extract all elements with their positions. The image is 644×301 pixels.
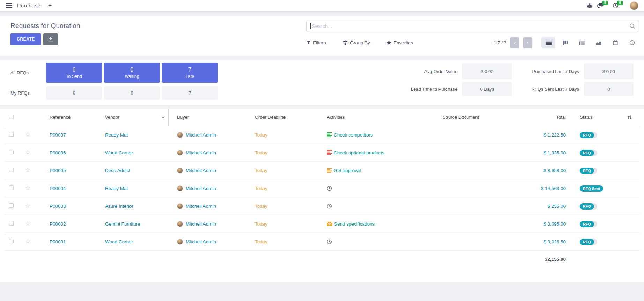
column-header-source[interactable]: Source Document	[439, 115, 526, 120]
favorite-star-icon[interactable]: ☆	[25, 238, 30, 245]
pivot-view-button[interactable]	[575, 37, 589, 48]
reference-link[interactable]: P00006	[50, 150, 66, 155]
reference-link[interactable]: P00001	[50, 239, 66, 244]
new-tab-plus-icon[interactable]: +	[48, 2, 52, 9]
column-header-buyer[interactable]: Buyer	[169, 115, 247, 120]
column-header-vendor[interactable]: Vendor	[95, 109, 169, 126]
group-by-button[interactable]: Group By	[343, 40, 370, 45]
list-view-button[interactable]	[541, 37, 555, 48]
favorite-star-icon[interactable]: ☆	[25, 167, 30, 174]
buyer-avatar	[177, 168, 183, 174]
table-row[interactable]: ☆ P00005 Deco Addict Mitchell Admin Toda…	[4, 162, 640, 179]
my-to-send-value[interactable]: 6	[46, 86, 102, 100]
activity-icon[interactable]	[327, 168, 332, 173]
table-row[interactable]: ☆ P00007 Ready Mat Mitchell Admin Today …	[4, 126, 640, 144]
reference-link[interactable]: P00007	[50, 132, 66, 138]
buyer-link[interactable]: Mitchell Admin	[186, 168, 216, 173]
apps-menu-icon[interactable]	[6, 3, 12, 8]
activities-clock-icon[interactable]: 9	[611, 2, 624, 9]
vendor-link[interactable]: Ready Mat	[105, 186, 128, 191]
activity-label[interactable]: Send specifications	[334, 221, 375, 227]
column-header-reference[interactable]: Reference	[38, 115, 95, 120]
vendor-link[interactable]: Wood Corner	[105, 150, 133, 155]
favorite-star-icon[interactable]: ☆	[25, 185, 30, 191]
pager-previous-button[interactable]: ‹	[510, 37, 519, 48]
favorites-button[interactable]: Favorites	[387, 40, 413, 45]
row-checkbox[interactable]	[9, 132, 14, 137]
reference-link[interactable]: P00005	[50, 168, 66, 173]
favorite-star-icon[interactable]: ☆	[25, 203, 30, 209]
table-row[interactable]: ☆ P00006 Wood Corner Mitchell Admin Toda…	[4, 144, 640, 162]
my-waiting-value[interactable]: 0	[104, 86, 160, 100]
app-title[interactable]: Purchase	[17, 2, 40, 9]
create-button[interactable]: CREATE	[10, 33, 41, 45]
messages-icon[interactable]: 5	[596, 2, 609, 9]
buyer-link[interactable]: Mitchell Admin	[186, 221, 216, 227]
activity-icon[interactable]	[327, 204, 332, 209]
calendar-view-button[interactable]	[608, 37, 622, 48]
reference-link[interactable]: P00004	[50, 186, 66, 191]
buyer-link[interactable]: Mitchell Admin	[186, 150, 216, 155]
column-header-activities[interactable]: Activities	[320, 115, 439, 120]
row-checkbox[interactable]	[9, 185, 14, 190]
order-deadline-value: Today	[255, 221, 267, 227]
debug-bug-icon[interactable]	[586, 2, 594, 9]
vendor-link[interactable]: Wood Corner	[105, 239, 133, 244]
search-input[interactable]: Search...	[306, 20, 639, 32]
order-deadline-value: Today	[255, 239, 267, 244]
reference-link[interactable]: P00003	[50, 204, 66, 209]
optional-columns-icon[interactable]	[620, 115, 640, 120]
graph-view-button[interactable]	[592, 37, 606, 48]
vendor-link[interactable]: Gemini Furniture	[105, 221, 140, 227]
favorite-star-icon[interactable]: ☆	[25, 149, 30, 156]
favorite-star-icon[interactable]: ☆	[25, 132, 30, 138]
activity-icon[interactable]	[327, 132, 332, 137]
activity-icon[interactable]	[327, 222, 332, 226]
my-late-value[interactable]: 7	[162, 86, 218, 100]
activity-label[interactable]: Check optional products	[334, 150, 384, 155]
activity-icon[interactable]	[327, 186, 332, 191]
kanban-view-button[interactable]	[558, 37, 572, 48]
kpi-waiting-button[interactable]: 0 Waiting	[104, 63, 160, 83]
row-checkbox[interactable]	[9, 168, 14, 172]
table-row[interactable]: ☆ P00002 Gemini Furniture Mitchell Admin…	[4, 215, 640, 233]
select-all-checkbox[interactable]	[9, 115, 14, 119]
buyer-link[interactable]: Mitchell Admin	[186, 204, 216, 209]
kpi-late-button[interactable]: 7 Late	[162, 63, 218, 83]
activity-view-button[interactable]	[625, 37, 639, 48]
total-amount: $ 3,026.50	[543, 239, 566, 244]
kpi-to-send-button[interactable]: 6 To Send	[46, 63, 102, 83]
user-avatar[interactable]	[630, 1, 638, 10]
activity-label[interactable]: Check competitors	[334, 132, 373, 138]
table-row[interactable]: ☆ P00001 Wood Corner Mitchell Admin Toda…	[4, 233, 640, 251]
activity-label[interactable]: Get approval	[334, 168, 361, 173]
spacer	[0, 12, 644, 16]
vendor-link[interactable]: Ready Mat	[105, 132, 128, 138]
row-checkbox[interactable]	[9, 239, 14, 243]
search-icon[interactable]	[629, 23, 635, 29]
buyer-link[interactable]: Mitchell Admin	[186, 132, 216, 138]
buyer-avatar	[177, 203, 183, 209]
vendor-link[interactable]: Azure Interior	[105, 204, 133, 209]
table-row[interactable]: ☆ P00004 Ready Mat Mitchell Admin Today …	[4, 179, 640, 197]
filters-button[interactable]: Filters	[306, 40, 326, 45]
favorite-star-icon[interactable]: ☆	[25, 221, 30, 227]
activities-count-badge: 9	[617, 1, 623, 5]
table-row[interactable]: ☆ P00003 Azure Interior Mitchell Admin T…	[4, 197, 640, 215]
pager-next-button[interactable]: ›	[523, 37, 532, 48]
buyer-link[interactable]: Mitchell Admin	[186, 186, 216, 191]
column-header-deadline[interactable]: Order Deadline	[247, 115, 320, 120]
row-checkbox[interactable]	[9, 203, 14, 208]
activity-icon[interactable]	[327, 239, 332, 244]
reference-link[interactable]: P00002	[50, 221, 66, 227]
status-badge: RFQ	[580, 203, 597, 210]
table-footer-row: 32,155.00	[4, 251, 640, 267]
export-button[interactable]	[43, 33, 58, 45]
column-header-total[interactable]: Total	[526, 115, 578, 120]
vendor-link[interactable]: Deco Addict	[105, 168, 130, 173]
row-checkbox[interactable]	[9, 221, 14, 226]
column-header-status[interactable]: Status	[578, 115, 620, 120]
buyer-link[interactable]: Mitchell Admin	[186, 239, 216, 244]
activity-icon[interactable]	[327, 150, 332, 155]
row-checkbox[interactable]	[9, 150, 14, 154]
